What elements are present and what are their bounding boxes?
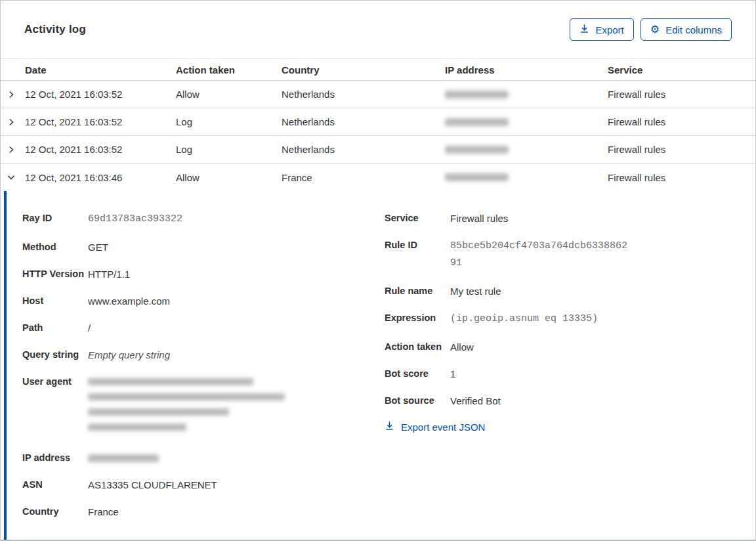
table-row[interactable]: 12 Oct, 2021 16:03:52LogNetherlandsFirew… bbox=[1, 136, 755, 163]
detail-value: HTTP/1.1 bbox=[88, 267, 130, 282]
redacted-text-line bbox=[88, 408, 229, 416]
chevron-down-icon[interactable] bbox=[1, 172, 25, 183]
detail-label: Ray ID bbox=[22, 211, 88, 228]
cell-date: 12 Oct, 2021 16:03:52 bbox=[25, 116, 176, 127]
detail-row: HTTP VersionHTTP/1.1 bbox=[22, 267, 385, 282]
detail-column-right: ServiceFirewall rulesRule ID85bce5b204cf… bbox=[385, 211, 755, 540]
cell-ip-address bbox=[445, 173, 608, 181]
detail-value: 85bce5b204cf4703a764dcb633886291 bbox=[450, 238, 629, 272]
table-header-row: DateAction takenCountryIP addressService bbox=[1, 58, 755, 81]
detail-row: MethodGET bbox=[22, 240, 385, 255]
cell-country: Netherlands bbox=[282, 116, 445, 127]
detail-row: User agent bbox=[22, 374, 385, 439]
export-event-json-label: Export event JSON bbox=[401, 422, 485, 433]
detail-row: Bot sourceVerified Bot bbox=[385, 393, 755, 408]
detail-value: Empty query string bbox=[88, 347, 170, 362]
detail-label: Host bbox=[22, 293, 88, 309]
activity-table: DateAction takenCountryIP addressService… bbox=[1, 58, 755, 191]
column-header-action-taken: Action taken bbox=[176, 64, 282, 76]
detail-row: Bot score1 bbox=[385, 366, 755, 381]
table-row[interactable]: 12 Oct, 2021 16:03:52LogNetherlandsFirew… bbox=[1, 108, 755, 136]
cell-action-taken: Allow bbox=[176, 89, 282, 100]
detail-value: GET bbox=[88, 240, 108, 255]
detail-label: Bot score bbox=[385, 366, 450, 381]
detail-label: Rule ID bbox=[385, 238, 450, 272]
chevron-right-icon[interactable] bbox=[1, 117, 25, 127]
detail-value: AS13335 CLOUDFLARENET bbox=[88, 477, 217, 492]
edit-columns-button[interactable]: ⚙ Edit columns bbox=[640, 18, 732, 41]
table-row[interactable]: 12 Oct, 2021 16:03:52AllowNetherlandsFir… bbox=[1, 81, 755, 108]
cell-country: Netherlands bbox=[282, 89, 445, 100]
detail-row: Action takenAllow bbox=[385, 339, 755, 355]
cell-action-taken: Log bbox=[176, 116, 282, 127]
detail-value: My test rule bbox=[450, 284, 501, 299]
column-header-country: Country bbox=[282, 64, 445, 76]
cell-ip-address bbox=[445, 146, 608, 154]
column-header-ip-address: IP address bbox=[445, 64, 608, 76]
column-header-service: Service bbox=[608, 64, 755, 76]
table-row[interactable]: 12 Oct, 2021 16:03:46AllowFranceFirewall… bbox=[1, 163, 755, 191]
detail-label: HTTP Version bbox=[22, 267, 88, 282]
detail-label: Service bbox=[385, 211, 450, 226]
edit-columns-button-label: Edit columns bbox=[665, 24, 722, 35]
redacted-ip-address bbox=[445, 173, 509, 181]
detail-row: Rule ID85bce5b204cf4703a764dcb633886291 bbox=[385, 238, 755, 272]
export-button[interactable]: Export bbox=[570, 18, 633, 41]
detail-label: Method bbox=[22, 240, 88, 255]
detail-label: IP address bbox=[22, 450, 88, 465]
gear-icon: ⚙ bbox=[650, 24, 660, 35]
table-body: 12 Oct, 2021 16:03:52AllowNetherlandsFir… bbox=[1, 81, 755, 191]
cell-service: Firewall rules bbox=[608, 89, 755, 100]
detail-label: Action taken bbox=[385, 339, 450, 355]
redacted-text-line bbox=[88, 393, 285, 400]
detail-row: Ray ID69d13783ac393322 bbox=[22, 211, 385, 228]
chevron-right-icon[interactable] bbox=[1, 144, 25, 155]
detail-value: 1 bbox=[450, 366, 455, 381]
detail-label: User agent bbox=[22, 374, 88, 439]
detail-label: Rule name bbox=[385, 284, 450, 299]
chevron-right-icon[interactable] bbox=[1, 89, 25, 100]
cell-date: 12 Oct, 2021 16:03:46 bbox=[25, 172, 176, 183]
redacted-user-agent bbox=[88, 374, 285, 439]
detail-label: ASN bbox=[22, 477, 88, 492]
detail-value: Verified Bot bbox=[450, 393, 501, 408]
detail-row: IP address bbox=[22, 450, 385, 465]
redacted-value bbox=[88, 450, 159, 465]
cell-country: France bbox=[282, 172, 445, 183]
export-button-label: Export bbox=[595, 24, 623, 35]
cell-country: Netherlands bbox=[282, 144, 445, 155]
redacted-ip-address bbox=[88, 454, 159, 462]
header-actions: Export ⚙ Edit columns bbox=[570, 18, 732, 41]
detail-label: Expression bbox=[385, 311, 450, 328]
expanded-event-detail-panel: Ray ID69d13783ac393322MethodGETHTTP Vers… bbox=[4, 191, 755, 540]
cell-date: 12 Oct, 2021 16:03:52 bbox=[25, 144, 176, 155]
activity-log-panel: Activity log Export ⚙ Edit columns DateA… bbox=[0, 0, 756, 541]
detail-row: Rule nameMy test rule bbox=[385, 284, 755, 299]
detail-label: Path bbox=[22, 320, 88, 335]
detail-value: Firewall rules bbox=[450, 211, 508, 226]
detail-value: www.example.com bbox=[88, 293, 170, 309]
redacted-ip-address bbox=[445, 146, 509, 154]
redacted-text-line bbox=[88, 423, 186, 431]
detail-value: / bbox=[88, 320, 91, 335]
cell-service: Firewall rules bbox=[608, 172, 755, 183]
export-event-json-link[interactable]: Export event JSON bbox=[385, 421, 755, 433]
cell-action-taken: Log bbox=[176, 144, 282, 155]
page-title: Activity log bbox=[24, 23, 86, 36]
detail-row: Hostwww.example.com bbox=[22, 293, 385, 309]
detail-row: Expression(ip.geoip.asnum eq 13335) bbox=[385, 311, 755, 328]
detail-row: ASNAS13335 CLOUDFLARENET bbox=[22, 477, 385, 492]
detail-column-left: Ray ID69d13783ac393322MethodGETHTTP Vers… bbox=[22, 211, 385, 540]
cell-ip-address bbox=[445, 91, 608, 98]
cell-service: Firewall rules bbox=[608, 116, 755, 127]
redacted-text-line bbox=[88, 378, 253, 385]
cell-service: Firewall rules bbox=[608, 144, 755, 155]
cell-action-taken: Allow bbox=[176, 172, 282, 183]
cell-date: 12 Oct, 2021 16:03:52 bbox=[25, 89, 176, 100]
download-icon bbox=[579, 24, 589, 35]
cell-ip-address bbox=[445, 118, 608, 126]
download-icon bbox=[385, 421, 394, 433]
redacted-ip-address bbox=[445, 91, 509, 98]
detail-row: ServiceFirewall rules bbox=[385, 211, 755, 226]
detail-value: France bbox=[88, 504, 119, 519]
